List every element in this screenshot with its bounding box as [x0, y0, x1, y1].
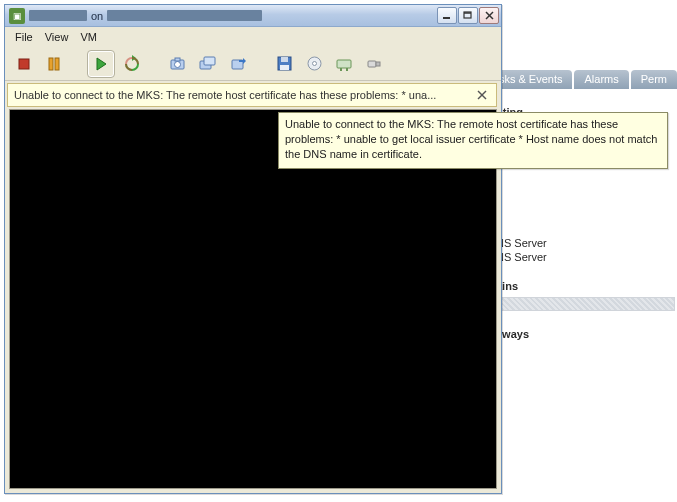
restart-button[interactable] [119, 51, 145, 77]
svg-rect-23 [340, 68, 342, 71]
redacted-text [107, 10, 262, 21]
dns-server-1: NS Server [492, 236, 677, 250]
svg-point-11 [175, 61, 181, 67]
svg-rect-18 [281, 57, 288, 62]
svg-marker-16 [243, 58, 246, 64]
section-domains: ains [492, 278, 677, 294]
svg-rect-19 [280, 65, 289, 70]
revert-snapshot-button[interactable] [225, 51, 251, 77]
vm-icon: ▣ [9, 8, 25, 24]
section-gateways: eways [492, 326, 677, 342]
svg-rect-6 [49, 58, 53, 70]
minimize-button[interactable] [437, 7, 457, 24]
svg-rect-5 [19, 59, 29, 69]
snapshot-manager-icon [199, 55, 217, 73]
menu-view[interactable]: View [45, 31, 69, 43]
menu-vm[interactable]: VM [80, 31, 97, 43]
svg-point-21 [312, 62, 316, 66]
floppy-icon [276, 55, 293, 72]
pause-icon [46, 56, 62, 72]
redacted-text [29, 10, 87, 21]
vm-console-window: ▣ on File View VM [4, 4, 502, 494]
alert-text: Unable to connect to the MKS: The remote… [14, 89, 474, 101]
network-adapter-button[interactable] [331, 51, 357, 77]
svg-rect-7 [55, 58, 59, 70]
svg-rect-12 [175, 58, 180, 61]
menu-file[interactable]: File [15, 31, 33, 43]
snapshot-button[interactable] [165, 51, 191, 77]
cd-drive-button[interactable] [301, 51, 327, 77]
revert-icon [229, 55, 247, 73]
alert-bar: Unable to connect to the MKS: The remote… [7, 83, 497, 107]
pause-button[interactable] [41, 51, 67, 77]
close-icon [477, 90, 487, 100]
play-icon [93, 56, 109, 72]
close-button[interactable] [479, 7, 499, 24]
title-connector: on [91, 10, 103, 22]
titlebar[interactable]: ▣ on [5, 5, 501, 27]
stop-icon [16, 56, 32, 72]
svg-marker-8 [97, 58, 106, 70]
window-title: on [29, 10, 437, 22]
alert-close-button[interactable] [474, 87, 490, 103]
maximize-button[interactable] [458, 7, 478, 24]
toolbar [5, 47, 501, 81]
svg-rect-24 [346, 68, 348, 71]
cd-icon [306, 55, 323, 72]
play-button[interactable] [87, 50, 115, 78]
snapshot-icon [169, 55, 187, 73]
menubar: File View VM [5, 27, 501, 47]
svg-rect-26 [376, 62, 380, 66]
floppy-button[interactable] [271, 51, 297, 77]
tab-permissions[interactable]: Perm [631, 70, 677, 89]
cycle-icon [123, 55, 141, 73]
usb-icon [365, 55, 383, 73]
stop-button[interactable] [11, 51, 37, 77]
usb-button[interactable] [361, 51, 387, 77]
divider [492, 297, 675, 311]
dns-server-2: NS Server [492, 250, 677, 264]
snapshot-manager-button[interactable] [195, 51, 221, 77]
alert-tooltip: Unable to connect to the MKS: The remote… [278, 112, 668, 169]
svg-rect-25 [368, 61, 376, 67]
tab-strip: Tasks & Events Alarms Perm [477, 70, 677, 89]
tab-alarms[interactable]: Alarms [574, 70, 628, 89]
svg-rect-14 [204, 57, 215, 65]
svg-rect-22 [337, 60, 351, 68]
network-icon [335, 55, 353, 73]
